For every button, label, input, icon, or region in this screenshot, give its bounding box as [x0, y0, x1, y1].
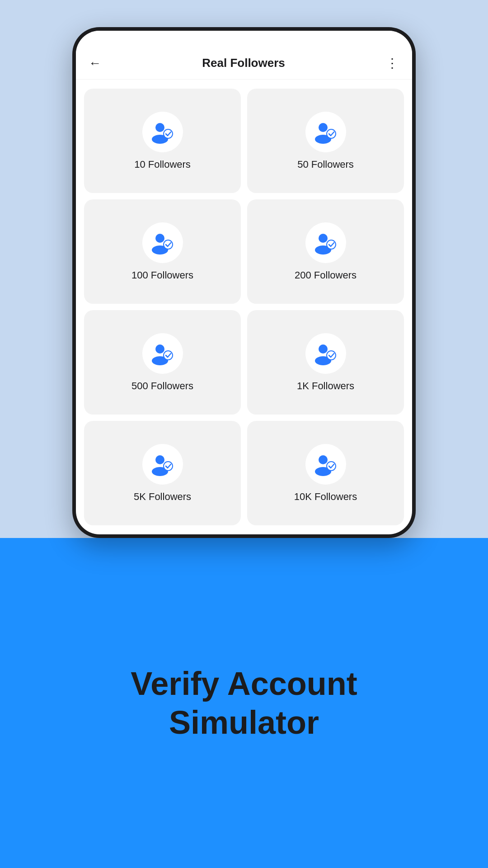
- grid-item-200f[interactable]: 200 Followers: [247, 199, 404, 304]
- icon-circle: [305, 333, 346, 374]
- svg-point-24: [155, 455, 164, 464]
- icon-circle: [305, 222, 346, 263]
- svg-point-12: [319, 234, 328, 243]
- bottom-banner: Verify Account Simulator: [0, 538, 488, 868]
- page-title: Real Followers: [202, 56, 285, 70]
- svg-point-28: [319, 455, 328, 464]
- grid-item-500f-label: 500 Followers: [131, 380, 193, 392]
- grid-item-1kf-label: 1K Followers: [297, 380, 354, 392]
- svg-point-8: [155, 234, 164, 243]
- grid-item-10f[interactable]: 10 Followers: [84, 89, 241, 193]
- grid-item-100f[interactable]: 100 Followers: [84, 199, 241, 304]
- svg-point-20: [319, 344, 328, 354]
- banner-text: Verify Account Simulator: [131, 664, 357, 742]
- icon-circle: [142, 222, 183, 263]
- icon-circle: [142, 112, 183, 152]
- svg-point-31: [327, 462, 335, 470]
- icon-circle: [305, 112, 346, 152]
- grid-item-1kf[interactable]: 1K Followers: [247, 310, 404, 415]
- icon-circle: [142, 444, 183, 485]
- grid-item-200f-label: 200 Followers: [295, 269, 357, 281]
- grid-item-50f-label: 50 Followers: [297, 159, 354, 170]
- grid-item-10f-label: 10 Followers: [134, 159, 191, 170]
- verified-follower-icon: [150, 341, 175, 366]
- grid-item-50f[interactable]: 50 Followers: [247, 89, 404, 193]
- verified-follower-icon: [313, 230, 338, 255]
- svg-point-4: [319, 123, 328, 132]
- svg-point-0: [155, 123, 164, 132]
- more-options-button[interactable]: ⋮: [386, 56, 399, 71]
- phone-screen: ← Real Followers ⋮ 10 Followers: [76, 31, 412, 534]
- followers-grid: 10 Followers 50 Followers: [76, 80, 412, 534]
- grid-item-5kf[interactable]: 5K Followers: [84, 421, 241, 525]
- verified-follower-icon: [150, 452, 175, 477]
- verified-follower-icon: [313, 452, 338, 477]
- svg-point-7: [327, 130, 335, 138]
- app-header: ← Real Followers ⋮: [76, 47, 412, 80]
- svg-point-11: [164, 241, 172, 249]
- verified-follower-icon: [150, 230, 175, 255]
- grid-item-10kf[interactable]: 10K Followers: [247, 421, 404, 525]
- icon-circle: [142, 333, 183, 374]
- verified-follower-icon: [313, 341, 338, 366]
- svg-point-19: [164, 351, 172, 359]
- back-button[interactable]: ←: [89, 56, 101, 71]
- grid-item-5kf-label: 5K Followers: [134, 491, 191, 503]
- icon-circle: [305, 444, 346, 485]
- svg-point-27: [164, 462, 172, 470]
- verified-follower-icon: [313, 119, 338, 145]
- grid-item-100f-label: 100 Followers: [131, 269, 193, 281]
- svg-point-3: [164, 130, 172, 138]
- svg-point-16: [155, 344, 164, 354]
- verified-follower-icon: [150, 119, 175, 145]
- svg-point-23: [327, 351, 335, 359]
- svg-point-15: [327, 241, 335, 249]
- phone-device: ← Real Followers ⋮ 10 Followers: [72, 27, 416, 538]
- grid-item-500f[interactable]: 500 Followers: [84, 310, 241, 415]
- grid-item-10kf-label: 10K Followers: [294, 491, 357, 503]
- status-bar: [76, 31, 412, 47]
